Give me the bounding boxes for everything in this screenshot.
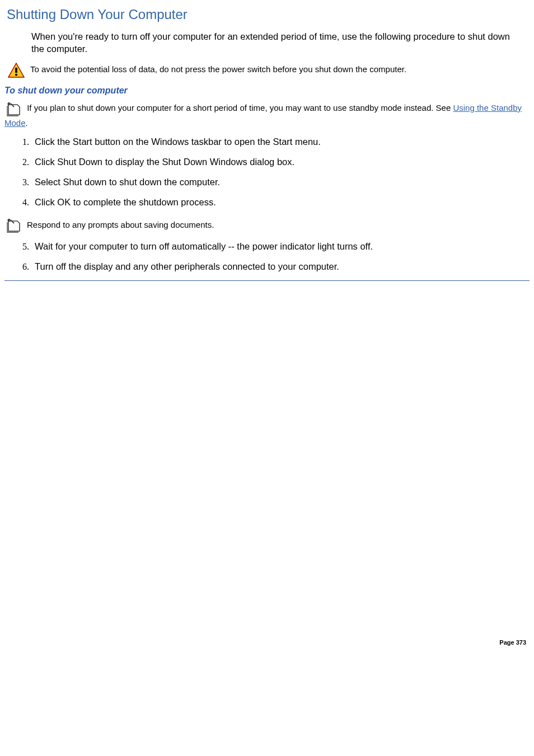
note-standby: If you plan to shut down your computer f…: [4, 100, 530, 129]
note-saving-text: Respond to any prompts about saving docu…: [27, 220, 214, 229]
note-standby-prefix: If you plan to shut down your computer f…: [27, 103, 453, 112]
step-item: Click the Start button on the Windows ta…: [31, 135, 530, 148]
steps-list-b: Wait for your computer to turn off autom…: [20, 240, 530, 273]
step-item: Turn off the display and any other perip…: [31, 260, 530, 273]
svg-rect-1: [15, 68, 17, 73]
caution-text: To avoid the potential loss of data, do …: [30, 62, 527, 75]
caution-callout: To avoid the potential loss of data, do …: [7, 62, 527, 79]
step-item: Select Shut down to shut down the comput…: [31, 176, 530, 188]
caution-icon: [7, 62, 26, 79]
page-number: Page 373: [4, 639, 530, 646]
step-item: Click Shut Down to display the Shut Down…: [31, 156, 530, 168]
steps-list-a: Click the Start button on the Windows ta…: [20, 135, 530, 209]
svg-point-2: [15, 73, 17, 76]
divider: [4, 280, 530, 281]
step-item: Wait for your computer to turn off autom…: [31, 240, 530, 252]
note-icon: [4, 100, 24, 117]
step-item: Click OK to complete the shutdown proces…: [31, 196, 530, 208]
note-icon: [4, 217, 24, 233]
intro-paragraph: When you're ready to turn off your compu…: [31, 30, 525, 55]
subheading: To shut down your computer: [4, 86, 530, 96]
note-standby-suffix: .: [26, 118, 28, 128]
note-saving: Respond to any prompts about saving docu…: [4, 217, 530, 233]
page-title: Shutting Down Your Computer: [7, 7, 530, 22]
